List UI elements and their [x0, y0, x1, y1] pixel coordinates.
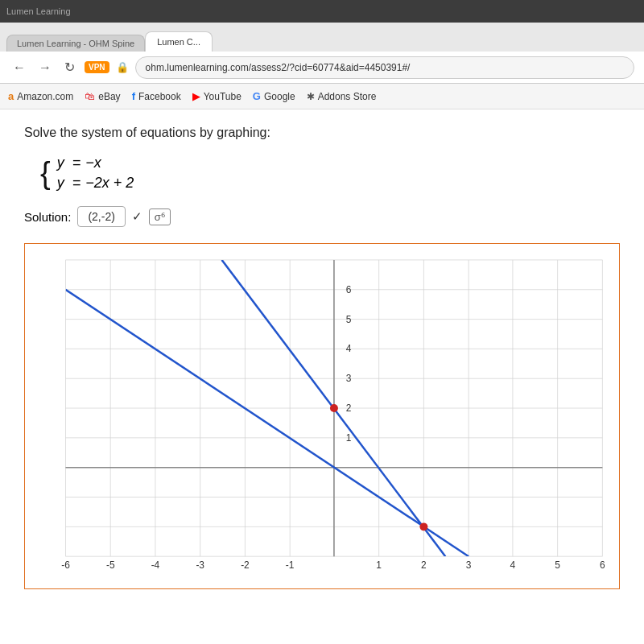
bookmarks-bar: a Amazon.com 🛍 eBay f Facebook ▶ YouTube…	[0, 84, 644, 109]
y-label-1: 1	[346, 432, 352, 444]
bookmark-facebook[interactable]: f Facebook	[132, 90, 181, 102]
y-label-2: 2	[346, 402, 352, 414]
lock-icon: 🔒	[116, 61, 129, 73]
info-label: σ⁶	[155, 211, 165, 223]
tab-active-label: Lumen C...	[157, 37, 200, 47]
x-label-5: 5	[555, 559, 560, 571]
facebook-icon: f	[132, 90, 135, 102]
youtube-icon: ▶	[192, 90, 200, 102]
bookmark-amazon[interactable]: a Amazon.com	[8, 90, 73, 102]
x-label-minus3: -3	[196, 559, 204, 571]
x-label-2: 2	[421, 559, 427, 571]
page-content: Solve the system of equations by graphin…	[0, 109, 644, 644]
info-button[interactable]: σ⁶	[149, 208, 171, 225]
vpn-badge: VPN	[85, 61, 109, 73]
eq2-lhs: y =	[57, 175, 81, 192]
x-label-minus1: -1	[286, 559, 295, 571]
url-text: ohm.lumenlearning.com/assess2/?cid=60774…	[146, 62, 411, 73]
tab-inactive-label: Lumen Learning - OHM Spine	[17, 39, 134, 48]
intersection-point	[419, 522, 427, 530]
forward-button[interactable]: →	[35, 57, 55, 78]
addons-icon: ✱	[307, 91, 315, 102]
equation-lines: y = −x y = −2x + 2	[57, 155, 134, 192]
google-icon: G	[253, 90, 261, 102]
x-label-3: 3	[466, 559, 472, 571]
solution-label: Solution:	[24, 210, 71, 224]
bookmark-ebay[interactable]: 🛍 eBay	[85, 90, 120, 102]
tab-inactive-1[interactable]: Lumen Learning - OHM Spine	[6, 35, 145, 52]
y-label-6: 6	[346, 284, 352, 295]
left-brace: {	[40, 158, 51, 188]
eq2-rhs: −2x + 2	[85, 175, 134, 192]
bookmark-ebay-label: eBay	[98, 91, 120, 102]
browser-title-bar: Lumen Learning	[0, 0, 644, 23]
reload-button[interactable]: ↻	[61, 56, 78, 78]
tab-bar: Lumen Learning - OHM Spine Lumen C...	[0, 23, 644, 52]
window-title: Lumen Learning	[6, 6, 71, 16]
x-label-minus4: -4	[151, 559, 160, 571]
amazon-icon: a	[8, 90, 14, 102]
bookmark-facebook-label: Facebook	[138, 91, 181, 102]
x-label-minus5: -5	[106, 559, 115, 571]
point-y-intercept	[330, 404, 338, 412]
equation-system: { y = −x y = −2x + 2	[40, 155, 620, 192]
ebay-icon: 🛍	[85, 90, 95, 102]
x-label-6: 6	[600, 559, 605, 571]
tab-active[interactable]: Lumen C...	[145, 31, 213, 52]
bookmark-google[interactable]: G Google	[253, 90, 295, 102]
bookmark-addons-label: Addons Store	[318, 91, 377, 102]
bookmark-amazon-label: Amazon.com	[17, 91, 73, 102]
y-label-5: 5	[346, 314, 352, 325]
y-label-4: 4	[346, 343, 352, 354]
x-label-minus2: -2	[241, 559, 250, 571]
check-icon: ✓	[132, 209, 142, 224]
bookmark-youtube[interactable]: ▶ YouTube	[192, 90, 242, 102]
problem-title: Solve the system of equations by graphin…	[24, 126, 620, 140]
nav-bar: ← → ↻ VPN 🔒 ohm.lumenlearning.com/assess…	[0, 52, 644, 84]
url-bar[interactable]: ohm.lumenlearning.com/assess2/?cid=60774…	[135, 56, 634, 79]
bookmark-google-label: Google	[264, 91, 295, 102]
solution-box[interactable]: (2,-2)	[77, 206, 125, 227]
eq1-rhs: −x	[85, 155, 101, 171]
back-button[interactable]: ←	[10, 57, 29, 78]
line1	[65, 290, 469, 556]
x-label-4: 4	[510, 559, 516, 571]
x-label-1: 1	[376, 559, 382, 571]
x-label-minus6: -6	[61, 559, 70, 571]
eq1-lhs: y =	[57, 155, 81, 171]
graph-svg: -6 -5 -4 -3 -2 -1 1 2 3 4 5 6 1 2 3 4 5 …	[25, 244, 619, 588]
bookmark-youtube-label: YouTube	[204, 91, 242, 102]
y-label-3: 3	[346, 373, 352, 384]
equation-line-2: y = −2x + 2	[57, 175, 134, 192]
graph-container: -6 -5 -4 -3 -2 -1 1 2 3 4 5 6 1 2 3 4 5 …	[24, 243, 620, 589]
equation-line-1: y = −x	[57, 155, 134, 171]
solution-row: Solution: (2,-2) ✓ σ⁶	[24, 206, 620, 227]
bookmark-addons[interactable]: ✱ Addons Store	[307, 91, 377, 102]
